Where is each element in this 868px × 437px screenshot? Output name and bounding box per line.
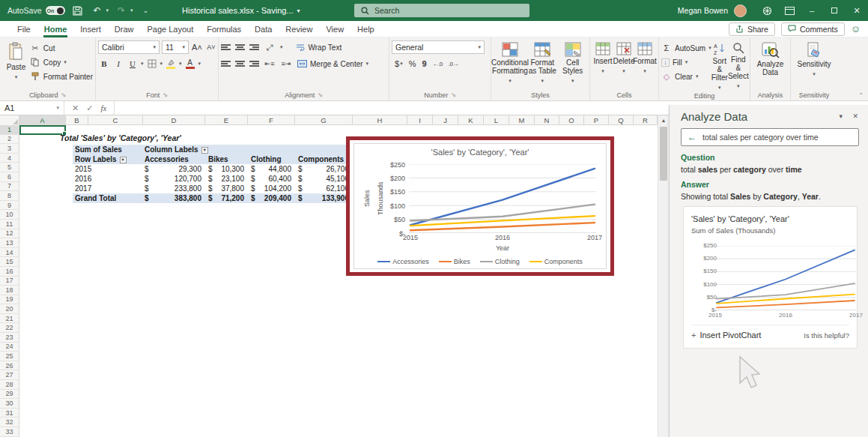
format-painter-button[interactable]: Format Painter [30,70,93,82]
align-right-icon[interactable] [249,61,259,67]
badge-icon[interactable] [756,0,778,21]
cancel-entry-icon[interactable]: ✕ [72,103,79,113]
decrease-font-icon[interactable]: A˅ [205,41,217,54]
column-header-K[interactable]: K [458,115,484,125]
pivot-year-2016[interactable]: 2016 [73,174,142,184]
pivot-cell[interactable]: $10,300 [206,164,249,174]
underline-button[interactable]: U [127,58,139,70]
font-color-dropdown-icon[interactable]: ▾ [198,61,201,67]
row-header-13[interactable]: 13 [0,238,19,248]
select-all-button[interactable] [0,115,19,125]
clear-button[interactable]: ◇Clear▾ [661,70,711,82]
pivot-column-labels[interactable]: Column Labels▾ [142,145,249,154]
column-header-F[interactable]: F [248,115,295,125]
merge-center-button[interactable]: Merge & Center▾ [297,58,368,70]
number-launcher-icon[interactable]: ⇘ [451,91,456,98]
accounting-format-button[interactable]: $▾ [395,59,403,68]
sheet-title-cell[interactable]: Total 'Sales' by 'Category', 'Year' [60,133,181,142]
column-header-Q[interactable]: Q [609,115,634,125]
row-header-11[interactable]: 11 [0,220,19,229]
row-header-9[interactable]: 9 [0,201,19,211]
comma-style-button[interactable]: 9 [422,59,426,68]
row-header-1[interactable]: 1 [0,125,19,135]
fill-color-button[interactable] [165,58,177,70]
tab-view[interactable]: View [319,22,350,36]
column-labels-filter-icon[interactable]: ▾ [201,147,208,154]
autosum-button[interactable]: ΣAutoSum▾ [661,42,711,54]
column-header-C[interactable]: C [88,115,143,125]
align-center-icon[interactable] [235,61,245,67]
pivot-col-header-clothing[interactable]: Clothing [249,154,296,164]
pivot-cell[interactable]: $383,800 [142,193,206,203]
decrease-decimal-button[interactable]: .0→ [449,61,458,67]
italic-button[interactable]: I [112,58,124,70]
pivot-cell[interactable]: $71,200 [206,193,249,203]
row-header-7[interactable]: 7 [0,182,19,192]
pivot-cell[interactable]: $29,300 [142,164,206,174]
pane-close-icon[interactable]: ✕ [852,112,858,120]
pivot-year-2015[interactable]: 2015 [73,164,142,174]
align-top-icon[interactable] [221,44,231,50]
row-header-22[interactable]: 22 [0,323,19,333]
pivot-row-labels[interactable]: Row Labels▾ [73,154,142,164]
minimize-button[interactable]: – [801,0,823,21]
format-cells-button[interactable]: Format▾ [634,39,655,75]
pivot-col-header-accessories[interactable]: Accessories [142,154,206,164]
row-header-33[interactable]: 33 [0,427,19,437]
insert-function-icon[interactable]: fx [100,103,106,112]
tab-formulas[interactable]: Formulas [200,22,248,36]
feedback-smiley-icon[interactable]: ☺ [851,23,861,34]
column-header-R[interactable]: R [634,115,658,125]
insert-pivotchart-button[interactable]: +Insert PivotChart [691,331,761,340]
column-header-M[interactable]: M [509,115,535,125]
align-left-icon[interactable] [221,61,231,67]
analyze-data-button[interactable]: Analyze Data [753,39,788,76]
column-header-E[interactable]: E [205,115,248,125]
pane-search-input[interactable]: ← total sales per category over time [681,128,859,146]
pivot-cell[interactable]: $44,800 [249,164,296,174]
is-this-helpful-link[interactable]: Is this helpful? [804,331,849,340]
row-header-32[interactable]: 32 [0,418,19,427]
row-header-8[interactable]: 8 [0,191,19,201]
column-header-G[interactable]: G [295,115,353,125]
pivot-cell[interactable]: $104,200 [249,184,296,193]
redo-dropdown-icon[interactable]: ▾ [130,7,133,13]
orientation-icon[interactable]: ⤢ [264,41,276,54]
column-header-O[interactable]: O [559,115,584,125]
align-middle-icon[interactable] [235,44,245,50]
pivot-col-header-bikes[interactable]: Bikes [206,154,249,164]
pivot-cell[interactable]: $23,100 [206,174,249,184]
pane-options-icon[interactable]: ▾ [839,112,843,120]
sensitivity-button[interactable]: Sensitivity▾ [794,39,834,78]
wrap-text-button[interactable]: Wrap Text [295,41,342,53]
row-header-15[interactable]: 15 [0,257,19,267]
row-header-29[interactable]: 29 [0,390,19,400]
tab-review[interactable]: Review [279,22,319,36]
fill-color-dropdown-icon[interactable]: ▾ [179,61,182,67]
row-header-25[interactable]: 25 [0,352,19,361]
clipboard-launcher-icon[interactable]: ⇘ [61,91,66,98]
pivot-cell[interactable]: $62,100 [296,184,353,193]
cut-button[interactable]: ✂Cut [30,42,93,54]
decrease-indent-icon[interactable]: ⇤≡ [264,58,276,70]
row-header-10[interactable]: 10 [0,210,19,220]
increase-indent-icon[interactable]: ≡⇥ [280,58,292,70]
restore-button[interactable] [823,0,846,21]
back-arrow-icon[interactable]: ← [688,132,696,142]
collapse-ribbon-icon[interactable]: ⌃ [858,92,864,99]
font-size-select[interactable]: 11▾ [162,40,189,54]
pivot-col-header-components[interactable]: Components [296,154,353,164]
tab-page-layout[interactable]: Page Layout [140,22,200,36]
column-header-D[interactable]: D [143,115,205,125]
column-header-A[interactable]: A [19,115,66,125]
conditional-formatting-button[interactable]: Conditional Formatting▾ [494,39,526,85]
row-header-16[interactable]: 16 [0,267,19,277]
column-header-I[interactable]: I [407,115,433,125]
paste-button[interactable]: Paste▾ [2,39,30,81]
tab-insert[interactable]: Insert [73,22,108,36]
pivot-cell[interactable]: $45,100 [296,174,353,184]
avatar[interactable] [734,4,747,17]
format-as-table-button[interactable]: Format as Table▾ [526,39,558,85]
row-header-19[interactable]: 19 [0,295,19,305]
undo-dropdown-icon[interactable]: ▾ [106,7,109,13]
